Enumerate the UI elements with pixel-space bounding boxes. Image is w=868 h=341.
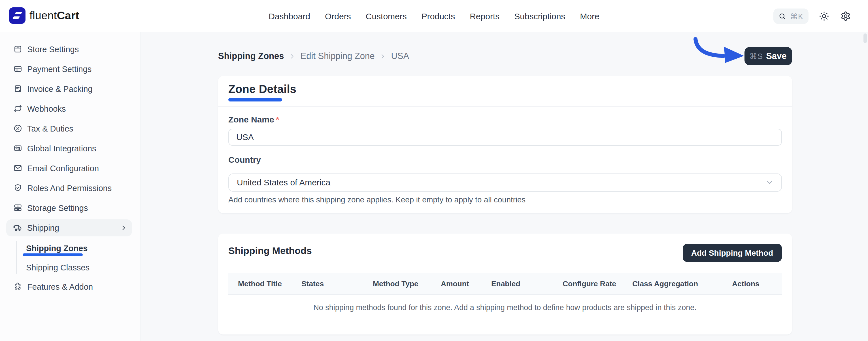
add-shipping-method-button[interactable]: Add Shipping Method bbox=[683, 244, 782, 262]
zone-details-title: Zone Details bbox=[228, 83, 782, 96]
sidebar-item-tax-duties[interactable]: Tax & Duties bbox=[0, 118, 141, 138]
theme-toggle-button[interactable] bbox=[817, 10, 830, 22]
required-asterisk: * bbox=[276, 114, 279, 124]
nav-item-more[interactable]: More bbox=[580, 11, 599, 21]
search-shortcut: ⌘K bbox=[790, 11, 803, 21]
settings-sidebar: Store Settings Payment Settings Invoice … bbox=[0, 32, 141, 341]
country-select-value: United States of America bbox=[237, 177, 330, 187]
country-help-text: Add countries where this shipping zone a… bbox=[228, 195, 782, 204]
settings-button[interactable] bbox=[839, 10, 851, 22]
brand-logo[interactable]: fluentCart bbox=[9, 7, 79, 24]
column-method-title: Method Title bbox=[228, 280, 292, 288]
sidebar-item-global-integrations[interactable]: Global Integrations bbox=[0, 138, 141, 158]
store-icon bbox=[13, 44, 23, 54]
invoice-icon bbox=[13, 84, 23, 93]
nav-item-reports[interactable]: Reports bbox=[470, 11, 499, 21]
zone-details-header: Zone Details bbox=[218, 76, 792, 106]
shipping-methods-title: Shipping Methods bbox=[228, 246, 312, 257]
chevron-right-icon bbox=[289, 53, 296, 59]
scrollbar-thumb[interactable] bbox=[864, 33, 867, 43]
country-label: Country bbox=[228, 154, 782, 164]
breadcrumb-shipping-zones[interactable]: Shipping Zones bbox=[218, 51, 284, 61]
country-select[interactable]: United States of America bbox=[228, 173, 782, 191]
sidebar-item-label: Payment Settings bbox=[27, 64, 92, 74]
email-icon bbox=[13, 163, 23, 173]
column-method-type: Method Type bbox=[363, 280, 431, 288]
chevron-down-icon bbox=[766, 178, 773, 186]
sidebar-item-email-configuration[interactable]: Email Configuration bbox=[0, 158, 141, 178]
save-shortcut: ⌘S bbox=[749, 51, 763, 60]
sidebar-item-label: Shipping bbox=[27, 223, 59, 232]
sidebar-item-shipping[interactable]: Shipping bbox=[0, 218, 141, 237]
save-button[interactable]: ⌘S Save bbox=[744, 47, 792, 65]
main-content: Shipping Zones Edit Shipping Zone USA ⌘S… bbox=[141, 32, 868, 341]
annotation-arrow bbox=[685, 32, 753, 70]
nav-item-subscriptions[interactable]: Subscriptions bbox=[514, 11, 565, 21]
table-header-row: Method Title States Method Type Amount E… bbox=[228, 273, 782, 294]
sidebar-item-store-settings[interactable]: Store Settings bbox=[0, 39, 141, 59]
breadcrumb-edit-shipping-zone[interactable]: Edit Shipping Zone bbox=[301, 51, 375, 61]
sidebar-item-roles-permissions[interactable]: Roles And Permissions bbox=[0, 178, 141, 198]
brand-name-light: fluent bbox=[29, 9, 57, 22]
top-bar: fluentCart Dashboard Orders Customers Pr… bbox=[0, 0, 868, 32]
sidebar-subitem-label: Shipping Classes bbox=[26, 263, 90, 272]
column-class-aggregation: Class Aggregation bbox=[623, 280, 722, 288]
sidebar-subitem-shipping-zones[interactable]: Shipping Zones bbox=[0, 238, 141, 258]
sidebar-item-storage-settings[interactable]: Storage Settings bbox=[0, 198, 141, 218]
sidebar-item-webhooks[interactable]: Webhooks bbox=[0, 98, 141, 118]
column-states: States bbox=[292, 280, 363, 288]
sidebar-item-label: Invoice & Packing bbox=[27, 84, 93, 93]
sidebar-item-label: Global Integrations bbox=[27, 144, 96, 153]
save-label: Save bbox=[766, 51, 786, 61]
breadcrumb: Shipping Zones Edit Shipping Zone USA bbox=[218, 51, 409, 61]
sidebar-item-label: Tax & Duties bbox=[27, 124, 73, 133]
sidebar-subitem-shipping-classes[interactable]: Shipping Classes bbox=[0, 257, 141, 277]
zone-name-input[interactable] bbox=[228, 129, 782, 145]
webhooks-icon bbox=[13, 104, 23, 113]
sidebar-item-label: Roles And Permissions bbox=[27, 183, 112, 193]
sidebar-item-label: Webhooks bbox=[27, 104, 66, 113]
sidebar-item-payment-settings[interactable]: Payment Settings bbox=[0, 59, 141, 79]
gear-icon bbox=[840, 11, 851, 22]
column-actions: Actions bbox=[722, 280, 782, 288]
search-button[interactable]: ⌘K bbox=[774, 8, 808, 24]
column-configure-rate: Configure Rate bbox=[553, 280, 623, 288]
brand-name-bold: Cart bbox=[57, 9, 79, 22]
top-navigation: Dashboard Orders Customers Products Repo… bbox=[269, 0, 599, 32]
brand-name: fluentCart bbox=[29, 9, 79, 22]
credit-card-icon bbox=[13, 64, 23, 74]
sidebar-item-label: Store Settings bbox=[27, 45, 79, 54]
chevron-right-icon bbox=[380, 53, 386, 59]
integrations-icon bbox=[13, 143, 23, 153]
breadcrumb-usa: USA bbox=[391, 51, 409, 61]
sidebar-item-invoice-packing[interactable]: Invoice & Packing bbox=[0, 79, 141, 98]
fluentcart-logo-icon bbox=[9, 7, 26, 24]
sun-icon bbox=[818, 11, 829, 22]
shield-icon bbox=[13, 183, 23, 193]
column-enabled: Enabled bbox=[482, 280, 553, 288]
sidebar-item-label: Features & Addon bbox=[27, 282, 93, 291]
zone-name-label-text: Zone Name bbox=[228, 114, 274, 124]
app-window: fluentCart Dashboard Orders Customers Pr… bbox=[0, 0, 868, 341]
nav-item-orders[interactable]: Orders bbox=[325, 11, 351, 21]
search-icon bbox=[779, 12, 787, 20]
nav-item-dashboard[interactable]: Dashboard bbox=[269, 11, 310, 21]
empty-state-text: No shipping methods found for this zone.… bbox=[313, 303, 696, 312]
table-empty-row: No shipping methods found for this zone.… bbox=[228, 294, 782, 320]
sidebar-subitem-label: Shipping Zones bbox=[26, 244, 88, 253]
sidebar-item-label: Email Configuration bbox=[27, 164, 99, 173]
zone-name-label: Zone Name* bbox=[228, 114, 782, 124]
nav-item-customers[interactable]: Customers bbox=[366, 11, 407, 21]
tax-icon bbox=[13, 123, 23, 133]
shipping-methods-table: Method Title States Method Type Amount E… bbox=[228, 273, 782, 320]
shipping-methods-card: Shipping Methods Add Shipping Method Met… bbox=[218, 233, 792, 335]
sidebar-item-features-addon[interactable]: Features & Addon bbox=[0, 277, 141, 296]
storage-icon bbox=[13, 203, 23, 212]
sidebar-item-label: Storage Settings bbox=[27, 203, 88, 212]
puzzle-icon bbox=[13, 282, 23, 291]
nav-item-products[interactable]: Products bbox=[422, 11, 455, 21]
chevron-right-icon bbox=[120, 224, 127, 231]
column-amount: Amount bbox=[431, 280, 482, 288]
zone-details-body: Zone Name* Country United States of Amer… bbox=[218, 106, 792, 204]
truck-icon bbox=[13, 223, 23, 232]
